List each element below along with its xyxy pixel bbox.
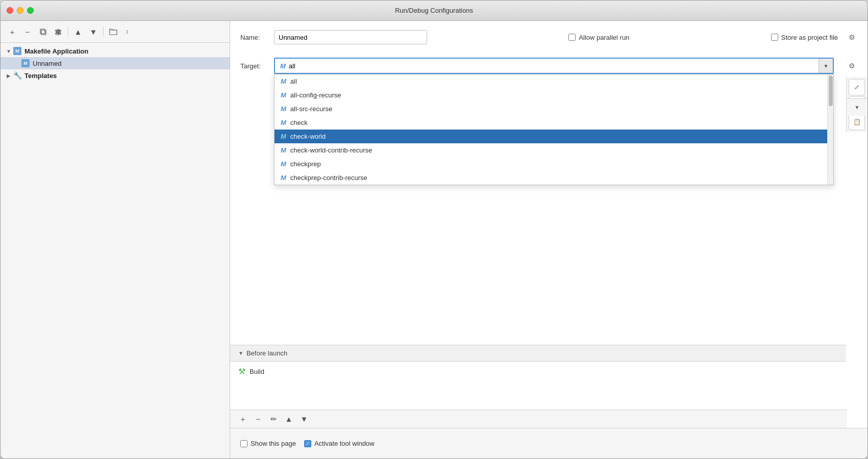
move-down-button[interactable]: ▼ [87, 25, 100, 38]
svg-rect-0 [40, 29, 45, 34]
config-area: Name: Allow parallel run Store as projec… [230, 21, 867, 58]
show-page-checkbox[interactable] [240, 440, 247, 447]
unnamed-label: Unnamed [33, 60, 61, 67]
launch-item-build: ⚒ Build [238, 365, 838, 378]
svg-text:↕: ↕ [126, 28, 129, 35]
build-label: Build [250, 368, 264, 375]
close-button[interactable] [7, 7, 13, 14]
remove-config-button[interactable]: − [21, 25, 34, 38]
title-bar: Run/Debug Configurations [1, 1, 867, 21]
before-launch-title: Before launch [246, 349, 287, 357]
item-checkprep-label: checkprep [290, 160, 321, 168]
allow-parallel-checkbox[interactable] [568, 34, 576, 41]
allow-parallel-label: Allow parallel run [579, 34, 629, 41]
activate-checkbox[interactable]: ✓ [304, 440, 311, 447]
store-project-checkbox[interactable] [771, 34, 778, 41]
dropdown-item-check[interactable]: M check [275, 116, 833, 130]
item-check-world-label: check-world [290, 133, 326, 140]
main-content: + − ▲ ▼ [1, 21, 867, 458]
dropdown-item-checkprep-contrib[interactable]: M checkprep-contrib-recurse [275, 171, 833, 185]
copy-config-button[interactable] [36, 25, 49, 38]
launch-list: ⚒ Build [230, 362, 846, 402]
scrollbar-thumb [829, 75, 833, 106]
dropdown-item-all-config[interactable]: M all-config-recurse [275, 88, 833, 102]
tree-item-unnamed[interactable]: M Unnamed [1, 57, 230, 69]
dropdown-extra-arrow[interactable]: ▼ [846, 98, 867, 116]
item-all-config-label: all-config-recurse [290, 91, 341, 99]
launch-toolbar: + − ✏ ▲ ▼ [230, 410, 847, 428]
dropdown-item-check-world-contrib[interactable]: M check-world-contrib-recurse [275, 143, 833, 157]
left-toolbar: + − ▲ ▼ [1, 21, 230, 43]
bottom-bar: Show this page ✓ Activate tool window [230, 428, 867, 458]
activate-label: Activate tool window [314, 440, 375, 447]
before-launch-section: ▼ Before launch ⚒ Build [230, 345, 846, 402]
show-page-group: Show this page [240, 440, 296, 447]
dropdown-item-checkprep[interactable]: M checkprep [275, 157, 833, 171]
target-row: Target: M all ▼ M all [240, 58, 857, 74]
dropdown-list: M all M all-config-recurse M all-src-rec… [274, 74, 834, 185]
dropdown-item-check-world[interactable]: M check-world [275, 130, 833, 143]
m-icon-all: M [281, 78, 286, 85]
m-icon-check: M [281, 119, 286, 126]
target-dropdown[interactable]: M all ▼ [274, 58, 834, 74]
launch-remove-button[interactable]: − [252, 413, 265, 426]
launch-add-button[interactable]: + [236, 413, 250, 426]
allow-parallel-group: Allow parallel run [568, 34, 629, 41]
m-icon-all-src: M [281, 105, 286, 113]
item-all-label: all [290, 78, 297, 85]
separator-2 [103, 27, 104, 36]
tree-item-templates[interactable]: ▶ 🔧 Templates [1, 69, 230, 82]
expand-arrow-templates[interactable]: ▶ [5, 71, 13, 80]
dropdown-arrow-button[interactable]: ▼ [819, 59, 833, 73]
target-section: Target: M all ▼ M all [230, 58, 867, 74]
item-check-label: check [290, 119, 308, 126]
add-config-button[interactable]: + [6, 25, 19, 38]
store-project-group: Store as project file [771, 34, 838, 41]
m-icon-check-world: M [281, 133, 286, 140]
before-launch-header[interactable]: ▼ Before launch [230, 345, 846, 362]
tree-item-makefile-app[interactable]: ▼ M Makefile Application [1, 45, 230, 57]
minimize-button[interactable] [17, 7, 23, 14]
svg-rect-1 [41, 30, 46, 35]
target-gear-button[interactable]: ⚙ [846, 60, 857, 71]
expand-arrow-makefile[interactable]: ▼ [5, 47, 13, 55]
dropdown-item-all-src[interactable]: M all-src-recurse [275, 102, 833, 116]
sort-button[interactable]: ↕ [122, 25, 135, 38]
dropdown-scrollbar[interactable] [827, 74, 833, 185]
separator-1 [68, 27, 68, 36]
name-input[interactable] [274, 30, 427, 44]
templates-label: Templates [24, 72, 57, 80]
copy-action-button[interactable]: 📋 [849, 114, 865, 130]
item-check-world-contrib-label: check-world-contrib-recurse [290, 146, 372, 154]
show-page-label: Show this page [251, 440, 296, 447]
settings-button[interactable] [52, 25, 65, 38]
selected-value: all [289, 62, 295, 70]
m-icon-checkprep-contrib: M [281, 174, 286, 182]
expand-button[interactable]: ⤢ [849, 79, 865, 95]
traffic-lights [7, 7, 34, 14]
main-window: Run/Debug Configurations + − [0, 0, 868, 459]
build-icon: ⚒ [238, 367, 245, 376]
wrench-icon: 🔧 [13, 71, 22, 80]
dropdown-item-all[interactable]: M all [275, 74, 833, 88]
folder-button[interactable] [107, 25, 120, 38]
move-up-button[interactable]: ▲ [71, 25, 85, 38]
target-label: Target: [240, 62, 266, 70]
tree-container: ▼ M Makefile Application M Unnamed ▶ � [1, 43, 230, 458]
name-label: Name: [240, 34, 266, 41]
window-title: Run/Debug Configurations [395, 7, 473, 14]
unnamed-icon: M [21, 59, 30, 68]
m-icon-check-world-contrib: M [281, 146, 286, 154]
right-panel-inner: Name: Allow parallel run Store as projec… [230, 21, 867, 458]
name-row: Name: Allow parallel run Store as projec… [240, 30, 857, 44]
m-icon-all-config: M [281, 91, 286, 99]
m-icon-selected: M [280, 62, 286, 70]
launch-edit-button[interactable]: ✏ [267, 413, 280, 426]
store-project-label: Store as project file [781, 34, 838, 41]
m-icon-checkprep: M [281, 160, 286, 168]
launch-down-button[interactable]: ▼ [297, 413, 311, 426]
launch-up-button[interactable]: ▲ [282, 413, 295, 426]
maximize-button[interactable] [27, 7, 34, 14]
gear-button[interactable]: ⚙ [846, 32, 857, 43]
item-checkprep-contrib-label: checkprep-contrib-recurse [290, 174, 367, 182]
